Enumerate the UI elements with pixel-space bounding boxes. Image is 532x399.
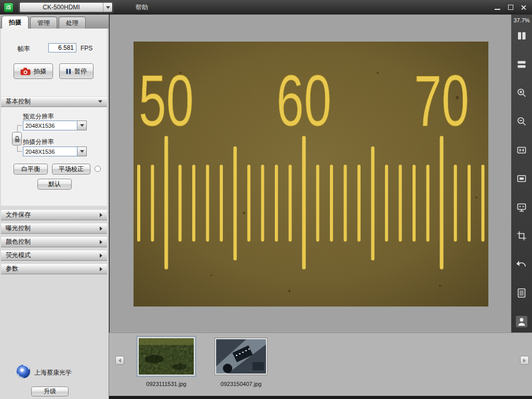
expand-arrow-icon — [100, 254, 102, 258]
thumbnail-item-selected[interactable] — [136, 336, 196, 377]
view-toolbar: 37.7% — [511, 15, 532, 332]
thumbnail-filename: 0923111531.jpg — [130, 381, 203, 387]
section-color-label: 颜色控制 — [6, 237, 31, 246]
expand-arrow-icon — [100, 227, 102, 231]
ruler-numbers: 50 60 70 — [139, 60, 469, 141]
title-bar: iS CK-500HDMI 帮助 — [0, 0, 532, 15]
pause-button-label: 暂停 — [74, 67, 87, 76]
section-file-save-label: 文件保存 — [6, 210, 31, 219]
chevron-down-icon — [80, 124, 84, 127]
capture-resolution-dropdown[interactable] — [77, 147, 87, 156]
chevron-down-icon — [80, 150, 84, 153]
framerate-group — [1, 29, 107, 96]
maximize-icon[interactable] — [507, 4, 514, 11]
preview-resolution-dropdown[interactable] — [77, 121, 87, 130]
preview-resolution-label: 预览分辨率 — [23, 112, 54, 121]
capture-resolution-label: 拍摄分辨率 — [23, 138, 54, 147]
framerate-label: 帧率 — [18, 45, 30, 54]
capture-button[interactable]: 拍摄 — [14, 63, 53, 79]
capture-resolution-select[interactable]: 2048X1536 — [23, 147, 87, 156]
zoom-in-button[interactable] — [516, 87, 527, 99]
app-logo-icon: iS — [4, 3, 13, 12]
section-file-save[interactable]: 文件保存 — [1, 209, 107, 220]
camera-preview[interactable]: 50 60 70 — [134, 42, 488, 307]
display-settings-button[interactable] — [516, 202, 527, 213]
thumbnail-image — [139, 338, 194, 375]
flat-field-checkbox[interactable] — [95, 166, 101, 172]
layout-rows-button[interactable] — [516, 59, 527, 70]
flat-field-label: 平场校正 — [59, 165, 84, 174]
section-exposure-label: 曝光控制 — [6, 224, 31, 233]
actual-size-button[interactable] — [516, 144, 527, 156]
camera-icon — [20, 68, 31, 75]
fit-screen-button[interactable] — [516, 173, 527, 184]
layout-rows-icon — [516, 59, 527, 70]
filmstrip: 0923111531.jpg 0923150407.jpg — [109, 332, 532, 396]
pause-button[interactable]: 暂停 — [59, 63, 94, 79]
close-icon[interactable] — [520, 4, 527, 11]
section-fluorescence-label: 荧光模式 — [6, 251, 31, 260]
device-selector-dropdown[interactable] — [103, 3, 112, 12]
white-balance-button[interactable]: 白平衡 — [14, 164, 48, 175]
collapse-arrow-icon — [98, 100, 102, 103]
framerate-input[interactable] — [48, 43, 76, 52]
split-view-button[interactable] — [516, 30, 527, 42]
thumbnail-filename: 0923150407.jpg — [209, 381, 273, 387]
preview-resolution-select[interactable]: 2048X1536 — [23, 121, 87, 130]
section-exposure[interactable]: 曝光控制 — [1, 223, 107, 234]
capture-resolution-value: 2048X1536 — [23, 147, 77, 156]
zoom-out-button[interactable] — [516, 116, 527, 127]
upgrade-button[interactable]: 升级 — [31, 387, 69, 396]
panel-tabs: 拍摄 管理 处理 — [0, 15, 109, 29]
svg-text:60: 60 — [276, 60, 331, 141]
lock-icon — [14, 135, 20, 143]
section-basic-control[interactable]: 基本控制 — [1, 96, 107, 107]
undo-icon — [516, 259, 527, 270]
filmstrip-prev-button[interactable] — [115, 356, 124, 365]
resolution-lock-button[interactable] — [12, 132, 22, 145]
white-balance-label: 白平衡 — [21, 165, 40, 174]
brand-logo-icon — [16, 364, 31, 379]
section-parameters-label: 参数 — [6, 264, 18, 273]
actual-size-icon — [516, 144, 527, 156]
upgrade-button-label: 升级 — [44, 387, 56, 396]
default-button[interactable]: 默认 — [37, 179, 72, 190]
arrow-left-icon — [118, 358, 121, 363]
help-menu[interactable]: 帮助 — [131, 1, 152, 14]
window-controls — [494, 4, 527, 11]
undo-button[interactable] — [516, 259, 527, 270]
crop-button[interactable] — [516, 230, 527, 242]
zoom-out-icon — [516, 116, 527, 127]
split-view-icon — [516, 30, 527, 42]
report-list-button[interactable] — [516, 287, 527, 299]
flat-field-button[interactable]: 平场校正 — [52, 164, 90, 175]
svg-text:50: 50 — [139, 60, 194, 141]
tab-manage[interactable]: 管理 — [30, 17, 57, 29]
section-parameters[interactable]: 参数 — [1, 263, 107, 274]
user-profile-button[interactable] — [516, 316, 527, 327]
section-fluorescence[interactable]: 荧光模式 — [1, 250, 107, 261]
thumbnail-item[interactable] — [215, 338, 268, 375]
display-settings-icon — [516, 202, 527, 213]
minimize-icon[interactable] — [494, 4, 501, 11]
section-color[interactable]: 颜色控制 — [1, 236, 107, 247]
expand-arrow-icon — [100, 240, 102, 244]
device-selector[interactable]: CK-500HDMI — [19, 2, 113, 12]
fit-screen-icon — [516, 173, 527, 184]
report-list-icon — [516, 287, 527, 299]
zoom-level: 37.7% — [511, 17, 532, 23]
svg-text:70: 70 — [414, 60, 469, 141]
pause-icon — [66, 69, 71, 74]
zoom-in-icon — [516, 87, 527, 99]
tab-process[interactable]: 处理 — [59, 17, 86, 29]
tab-capture[interactable]: 拍摄 — [2, 16, 29, 29]
filmstrip-next-button[interactable] — [520, 356, 529, 365]
crop-icon — [516, 230, 527, 242]
section-basic-label: 基本控制 — [6, 97, 31, 106]
default-button-label: 默认 — [48, 180, 61, 189]
brand-name: 上海蔡康光学 — [34, 368, 72, 377]
framerate-unit: FPS — [81, 45, 92, 52]
chevron-down-icon — [106, 6, 110, 9]
app-logo-text: iS — [6, 5, 11, 10]
preview-resolution-value: 2048X1536 — [23, 121, 77, 130]
